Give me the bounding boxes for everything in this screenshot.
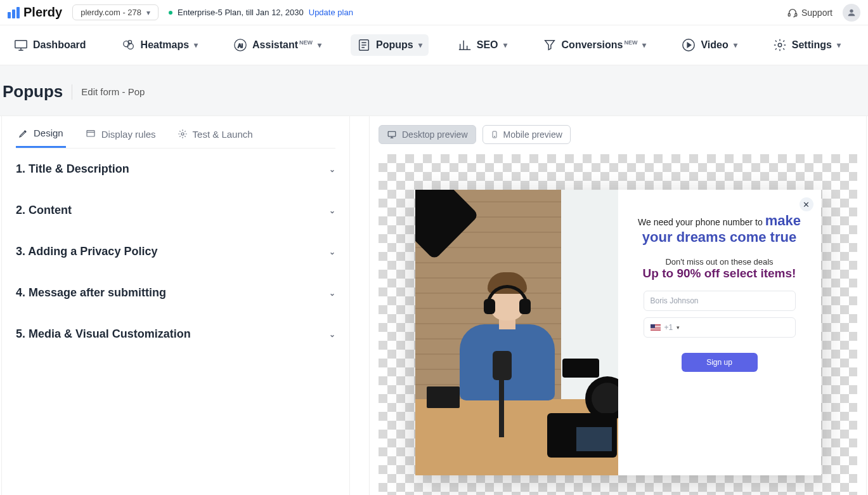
popup-form-side: ✕ We need your phone number to make your… <box>618 190 821 475</box>
main-nav: Dashboard Heatmaps ▾ AI AssistantNEW ▾ P… <box>0 25 868 65</box>
chevron-down-icon: ⌄ <box>329 206 335 215</box>
chevron-down-icon: ▾ <box>318 41 321 50</box>
site-selector-label: plerdy.com - 278 <box>81 8 141 17</box>
nav-seo[interactable]: SEO ▾ <box>451 34 514 56</box>
nav-conversions-label: Conversions <box>562 39 623 50</box>
svg-rect-14 <box>388 131 396 136</box>
panel-tabs: Design Display rules Test & Launch <box>16 128 335 148</box>
tab-display-rules[interactable]: Display rules <box>82 128 159 148</box>
chevron-down-icon: ⌄ <box>329 330 335 339</box>
form-icon <box>357 38 371 52</box>
nav-assistant[interactable]: AI AssistantNEW ▾ <box>227 34 328 56</box>
section-label: 3. Adding a Privacy Policy <box>16 245 157 258</box>
preview-panel: Desktop preview Mobile preview <box>369 116 867 495</box>
preview-tab-mobile-label: Mobile preview <box>503 129 562 140</box>
section-message-after-submit[interactable]: 4. Message after submitting ⌄ <box>16 272 335 314</box>
chevron-down-icon: ▾ <box>194 41 198 50</box>
svg-point-11 <box>778 43 782 47</box>
chevron-down-icon: ▾ <box>146 8 150 17</box>
ai-icon: AI <box>233 38 247 52</box>
nav-assistant-label: Assistant <box>252 39 298 50</box>
support-label: Support <box>801 8 832 18</box>
close-icon: ✕ <box>803 200 810 209</box>
section-media-visual[interactable]: 5. Media & Visual Customization ⌄ <box>16 314 335 355</box>
popup-phone-input[interactable]: +1 ▾ <box>644 317 796 338</box>
nav-video-label: Video <box>701 39 728 51</box>
section-label: 2. Content <box>16 204 72 217</box>
tab-design[interactable]: Design <box>16 128 66 148</box>
preview-tab-desktop-label: Desktop preview <box>402 129 468 140</box>
chart-icon <box>458 38 472 52</box>
section-label: 5. Media & Visual Customization <box>16 327 191 341</box>
nav-seo-label: SEO <box>477 39 498 51</box>
nav-conversions[interactable]: ConversionsNEW ▾ <box>536 34 653 56</box>
design-panel: Design Display rules Test & Launch 1. Ti… <box>1 116 350 495</box>
brand-logo[interactable]: Plerdy <box>8 5 62 20</box>
svg-point-13 <box>181 133 184 135</box>
popup-name-input[interactable]: Boris Johnson <box>644 291 796 311</box>
chevron-down-icon: ▾ <box>677 324 680 331</box>
chevron-down-icon: ▾ <box>418 41 422 50</box>
preview-tab-mobile[interactable]: Mobile preview <box>483 125 571 144</box>
top-bar: Plerdy plerdy.com - 278 ▾ Enterprise-5 P… <box>0 0 868 25</box>
nav-dashboard[interactable]: Dashboard <box>8 34 93 56</box>
user-icon <box>846 8 857 18</box>
chevron-down-icon: ⌄ <box>329 248 335 256</box>
popup-signup-button[interactable]: Sign up <box>682 353 758 372</box>
gear-icon <box>773 38 787 52</box>
section-label: 1. Title & Description <box>16 162 129 176</box>
monitor-icon <box>14 38 28 52</box>
section-content[interactable]: 2. Content ⌄ <box>16 190 335 231</box>
section-privacy-policy[interactable]: 3. Adding a Privacy Policy ⌄ <box>16 231 335 272</box>
pencil-icon <box>18 128 29 138</box>
svg-point-2 <box>850 9 853 12</box>
update-plan-link[interactable]: Update plan <box>309 8 353 17</box>
nav-heatmaps-label: Heatmaps <box>141 39 189 51</box>
nav-heatmaps[interactable]: Heatmaps ▾ <box>115 34 204 56</box>
chevron-down-icon: ▾ <box>642 41 646 50</box>
tab-test-launch[interactable]: Test & Launch <box>175 128 256 148</box>
window-icon <box>85 129 96 139</box>
play-icon <box>682 38 696 52</box>
tab-design-label: Design <box>34 128 63 138</box>
popup-subline-1: Don't miss out on these deals <box>665 257 773 267</box>
page-subtitle: Edit form - Pop <box>81 86 145 97</box>
popup-close-button[interactable]: ✕ <box>800 197 813 211</box>
svg-rect-1 <box>795 13 797 16</box>
status-dot-icon <box>169 11 172 15</box>
funnel-icon <box>543 38 557 52</box>
preview-tab-desktop[interactable]: Desktop preview <box>379 125 476 144</box>
nav-settings[interactable]: Settings ▾ <box>767 34 847 56</box>
chevron-down-icon: ▾ <box>837 41 841 50</box>
plan-info: Enterprise-5 Plan, till Jan 12, 2030 Upd… <box>169 8 353 17</box>
popup-name-placeholder: Boris Johnson <box>651 296 699 305</box>
preview-tabs: Desktop preview Mobile preview <box>379 125 857 144</box>
nav-popups[interactable]: Popups ▾ <box>351 34 429 56</box>
divider <box>72 84 72 100</box>
page-title: Popups <box>3 82 63 102</box>
preview-canvas: ✕ We need your phone number to make your… <box>379 154 857 495</box>
support-link[interactable]: Support <box>787 8 832 18</box>
user-avatar[interactable] <box>843 4 860 22</box>
gear-icon <box>178 129 188 139</box>
desktop-icon <box>387 130 397 139</box>
nav-video[interactable]: Video ▾ <box>675 34 743 56</box>
tab-test-launch-label: Test & Launch <box>193 129 253 140</box>
site-selector[interactable]: plerdy.com - 278 ▾ <box>72 4 159 20</box>
popup-subline-2: Up to 90% off select items! <box>643 267 796 280</box>
nav-popups-label: Popups <box>376 39 413 51</box>
plan-text: Enterprise-5 Plan, till Jan 12, 2030 <box>178 8 304 17</box>
chevron-down-icon: ▾ <box>503 41 507 50</box>
popup-dial-code: +1 <box>664 323 673 332</box>
headset-icon <box>787 8 798 18</box>
chevron-down-icon: ⌄ <box>329 289 335 298</box>
flag-us-icon <box>651 324 661 331</box>
svg-rect-12 <box>87 131 94 136</box>
section-title-description[interactable]: 1. Title & Description ⌄ <box>16 148 335 190</box>
nav-dashboard-label: Dashboard <box>33 39 86 51</box>
section-label: 4. Message after submitting <box>16 286 166 300</box>
brand-icon <box>8 7 20 18</box>
mobile-icon <box>491 129 498 140</box>
svg-rect-3 <box>15 41 27 48</box>
popup-image <box>415 190 618 475</box>
